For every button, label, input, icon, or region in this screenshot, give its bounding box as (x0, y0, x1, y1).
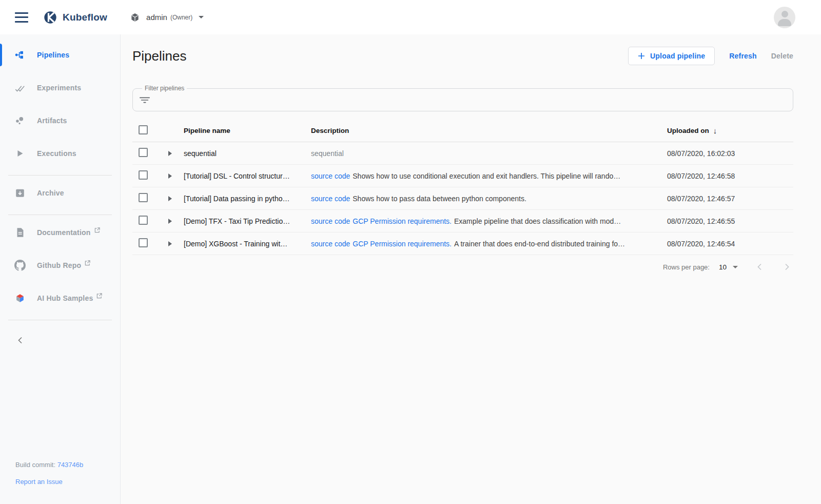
row-checkbox[interactable] (139, 193, 148, 202)
namespace-cube-icon (130, 12, 140, 23)
filter-field: Filter pipelines (132, 85, 793, 111)
pipelines-table: Pipeline name Description Uploaded on ↓ … (132, 120, 793, 279)
sidebar-item-experiments[interactable]: Experiments (0, 76, 120, 99)
pagination-bar: Rows per page: 10 (132, 255, 793, 279)
sidebar-divider (8, 175, 112, 176)
gcp-permission-link[interactable]: GCP Permission requirements. (353, 217, 452, 225)
github-icon (14, 260, 26, 271)
kubeflow-logo-icon (43, 10, 57, 25)
chevron-down-icon (199, 16, 204, 18)
gcp-permission-link[interactable]: GCP Permission requirements. (353, 240, 452, 248)
sidebar-divider (8, 215, 112, 215)
pipeline-name[interactable]: [Demo] TFX - Taxi Tip Predictio… (184, 217, 311, 225)
pipeline-name[interactable]: [Tutorial] Data passing in pytho… (184, 195, 311, 203)
namespace-role: (Owner) (170, 14, 192, 21)
refresh-button[interactable]: Refresh (729, 52, 757, 60)
sidebar-footer: Build commit: 743746b Report an Issue (15, 461, 83, 486)
pipeline-description: source codeGCP Permission requirements.E… (311, 217, 667, 225)
rows-per-page-value[interactable]: 10 (719, 263, 727, 271)
uploaded-date: 08/07/2020, 12:46:58 (667, 172, 793, 180)
delete-button[interactable]: Delete (771, 52, 793, 60)
sidebar-item-github-repo[interactable]: Github Repo (0, 254, 120, 277)
column-header-uploaded-on[interactable]: Uploaded on ↓ (667, 126, 793, 135)
expand-row-icon[interactable] (168, 241, 172, 246)
pipeline-name[interactable]: [Tutorial] DSL - Control structur… (184, 172, 311, 180)
previous-page-button[interactable] (755, 262, 765, 272)
column-header-pipeline-name: Pipeline name (184, 127, 311, 134)
sidebar-item-archive[interactable]: Archive (0, 182, 120, 204)
archive-icon (14, 187, 26, 199)
report-issue-link[interactable]: Report an Issue (15, 478, 63, 486)
expand-row-icon[interactable] (168, 219, 172, 224)
topbar: Kubeflow admin (Owner) (0, 0, 821, 34)
sort-desc-arrow-icon: ↓ (713, 126, 717, 135)
pipeline-description: source codeShows how to pass data betwee… (311, 195, 667, 203)
hamburger-menu-icon[interactable] (13, 11, 30, 24)
uploaded-date: 08/07/2020, 12:46:55 (667, 217, 793, 225)
experiments-icon (14, 82, 26, 93)
uploaded-date: 08/07/2020, 16:02:03 (667, 149, 793, 158)
external-link-icon (85, 259, 90, 267)
namespace-name: admin (146, 13, 167, 22)
source-code-link[interactable]: source code (311, 172, 350, 180)
avatar-person-icon (781, 11, 788, 17)
expand-row-icon[interactable] (168, 196, 172, 201)
external-link-icon (96, 292, 102, 300)
row-checkbox[interactable] (139, 148, 148, 157)
chevron-right-icon (786, 264, 789, 270)
table-row[interactable]: [Demo] TFX - Taxi Tip Predictio… source … (132, 210, 793, 232)
sidebar-item-artifacts[interactable]: Artifacts (0, 109, 120, 132)
expand-row-icon[interactable] (168, 151, 172, 156)
plus-icon (638, 52, 645, 60)
executions-icon (14, 148, 26, 159)
sidebar-item-executions[interactable]: Executions (0, 142, 120, 165)
table-header-row: Pipeline name Description Uploaded on ↓ (132, 120, 793, 142)
build-commit-label: Build commit: (15, 461, 55, 469)
ai-hub-icon (14, 293, 26, 304)
sidebar-item-ai-hub-samples[interactable]: AI Hub Samples (0, 287, 120, 309)
expand-row-icon[interactable] (168, 173, 172, 179)
sidebar: Pipelines Experiments (0, 34, 121, 504)
kubeflow-brand[interactable]: Kubeflow (43, 10, 107, 25)
column-header-description: Description (311, 127, 667, 134)
external-link-icon (94, 226, 100, 235)
sidebar-item-pipelines[interactable]: Pipelines (0, 44, 120, 66)
row-checkbox[interactable] (139, 170, 148, 180)
sidebar-item-label: AI Hub Samples (37, 294, 93, 302)
build-commit-link[interactable]: 743746b (57, 461, 84, 469)
pipeline-name[interactable]: [Demo] XGBoost - Training wit… (184, 240, 311, 248)
table-row[interactable]: sequential sequential 08/07/2020, 16:02:… (132, 142, 793, 165)
kubeflow-app: Kubeflow admin (Owner) (0, 0, 821, 504)
filter-label: Filter pipelines (142, 85, 187, 92)
pipeline-name[interactable]: sequential (184, 149, 311, 158)
sidebar-item-label: Executions (37, 149, 76, 158)
source-code-link[interactable]: source code (311, 240, 350, 248)
table-row[interactable]: [Tutorial] DSL - Control structur… sourc… (132, 165, 793, 187)
avatar[interactable] (774, 7, 795, 28)
next-page-button[interactable] (782, 262, 791, 272)
sidebar-collapse-button[interactable] (12, 333, 29, 349)
sidebar-item-label: Pipelines (37, 51, 69, 59)
row-checkbox[interactable] (139, 238, 148, 247)
uploaded-date: 08/07/2020, 12:46:57 (667, 195, 793, 203)
source-code-link[interactable]: source code (311, 217, 350, 225)
table-row[interactable]: [Tutorial] Data passing in pytho… source… (132, 187, 793, 210)
upload-pipeline-button[interactable]: Upload pipeline (628, 47, 715, 65)
pipeline-description: source codeGCP Permission requirements.A… (311, 240, 667, 248)
select-all-checkbox[interactable] (139, 125, 148, 134)
document-icon (14, 227, 26, 238)
pipeline-description: source codeShows how to use conditional … (311, 172, 667, 180)
table-row[interactable]: [Demo] XGBoost - Training wit… source co… (132, 232, 793, 255)
artifacts-icon (14, 115, 26, 126)
sidebar-item-documentation[interactable]: Documentation (0, 221, 120, 244)
sidebar-item-label: Archive (37, 189, 64, 197)
brand-name: Kubeflow (63, 12, 107, 23)
sidebar-item-label: Github Repo (37, 261, 81, 269)
namespace-selector[interactable]: admin (Owner) (130, 12, 204, 23)
source-code-link[interactable]: source code (311, 195, 350, 203)
sidebar-item-label: Artifacts (37, 117, 67, 125)
sidebar-item-label: Documentation (37, 228, 91, 237)
rows-per-page-dropdown-icon[interactable] (733, 266, 738, 268)
row-checkbox[interactable] (139, 216, 148, 225)
filter-input[interactable] (155, 92, 787, 107)
